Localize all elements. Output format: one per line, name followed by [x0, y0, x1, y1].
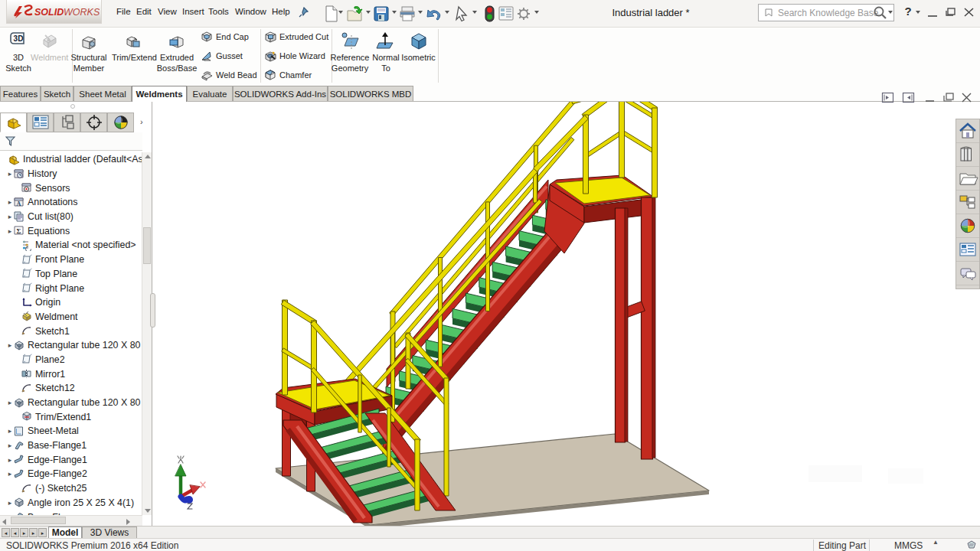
- svg-text:SOLID: SOLID: [34, 7, 64, 18]
- svg-text:A: A: [17, 200, 21, 207]
- svg-text:WORKS: WORKS: [64, 7, 100, 18]
- svg-text:3D: 3D: [14, 34, 24, 43]
- svg-text:Σ: Σ: [17, 227, 21, 235]
